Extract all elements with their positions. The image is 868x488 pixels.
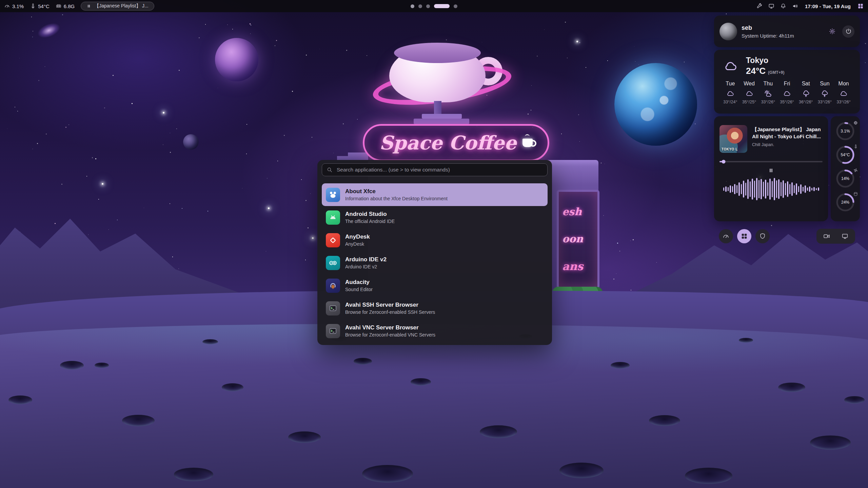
app-row-android-studio[interactable]: Android StudioThe official Android IDE: [322, 206, 548, 229]
workspace-dot-1[interactable]: [411, 4, 414, 8]
power-button[interactable]: [842, 25, 854, 38]
workspace-dot-5[interactable]: [454, 4, 457, 8]
day-temps: 33°/26°: [834, 100, 853, 104]
waveform-bar: [794, 185, 795, 193]
app-text: AnyDeskAnyDesk: [345, 233, 370, 247]
track-title-line1: 【Japanese Playlist】 Japan: [752, 126, 821, 133]
crater: [480, 425, 517, 438]
seek-bar-knob[interactable]: [722, 160, 726, 164]
waveform-bar: [811, 188, 813, 190]
shield-button[interactable]: [755, 229, 770, 243]
workspace-indicator: [411, 4, 457, 8]
system-uptime: System Uptime: 4h11m: [742, 33, 794, 39]
app-grid-icon[interactable]: [857, 3, 864, 9]
dashboard-button[interactable]: [719, 229, 733, 243]
cloud-up-icon: [820, 89, 829, 98]
day-name: Wed: [740, 81, 759, 87]
app-list: About XfceInformation about the Xfce Des…: [322, 183, 548, 342]
crater: [8, 395, 32, 404]
gauge-24: 24%: [836, 193, 855, 212]
system-gauges-card: 3.1%54°C14%24%: [831, 116, 860, 221]
user-card: seb System Uptime: 4h11m: [714, 16, 860, 47]
waveform-bar: [809, 186, 810, 192]
app-row-avahi-vnc-server-browser[interactable]: Avahi VNC Server BrowserBrowse for Zeroc…: [322, 320, 548, 342]
launcher-search-bar: [322, 163, 548, 176]
settings-button[interactable]: [826, 25, 838, 38]
waveform-bar: [741, 184, 742, 194]
tools-icon[interactable]: [756, 3, 763, 9]
media-player-card: TOKYO L 【Japanese Playlist】 Japan All Ni…: [714, 116, 828, 221]
workspace-active-pill[interactable]: [434, 4, 450, 8]
waveform-bar: [752, 179, 753, 200]
network-display-icon[interactable]: [768, 3, 775, 9]
audacity-icon: [326, 279, 340, 293]
gauge-value: 24%: [836, 193, 855, 212]
waveform-bar: [816, 188, 817, 190]
partly-sunny-icon: [763, 89, 773, 98]
waveform-bar: [736, 185, 738, 193]
app-desc: Sound Editor: [345, 287, 373, 292]
app-row-arduino-ide-v2[interactable]: Arduino IDE v2Arduino IDE v2: [322, 251, 548, 274]
app-title: Avahi VNC Server Browser: [345, 324, 435, 331]
app-row-about-xfce[interactable]: About XfceInformation about the Xfce Des…: [322, 183, 548, 206]
track-subtitle: Chill Japan.: [752, 142, 821, 147]
weather-temperature: 24°C: [746, 66, 766, 76]
app-desc: Arduino IDE v2: [345, 264, 387, 269]
day-temps: 33°/26°: [758, 100, 777, 104]
clock[interactable]: 17:09 - Tue, 19 Aug: [805, 3, 851, 9]
app-text: Avahi VNC Server BrowserBrowse for Zeroc…: [345, 324, 435, 338]
waveform-bar: [732, 186, 733, 192]
crater: [354, 358, 372, 365]
waveform-bar: [772, 181, 773, 197]
app-text: Avahi SSH Server BrowserBrowse for Zeroc…: [345, 302, 435, 315]
waveform-bar: [728, 187, 729, 191]
waveform-bar: [756, 178, 757, 200]
cpu-usage-stat: 3.1%: [4, 3, 24, 9]
day-name: Fri: [777, 81, 796, 87]
crater: [739, 338, 753, 343]
thermometer-icon: [853, 144, 858, 149]
gauge-value: 14%: [836, 169, 855, 188]
app-title: Avahi SSH Server Browser: [345, 302, 435, 308]
waveform-bar: [745, 183, 747, 196]
volume-icon[interactable]: [792, 3, 798, 9]
now-playing-pill[interactable]: 【Japanese Playlist】 J...: [81, 2, 154, 11]
dock-buttons: [714, 227, 860, 245]
cloud-icon: [726, 89, 735, 98]
screen: Space Coffee esh oon ans 3.1% 54°C: [0, 0, 868, 488]
pause-button[interactable]: [719, 167, 823, 174]
arduino-icon: [326, 256, 340, 270]
workspace-dot-3[interactable]: [426, 4, 430, 8]
gauge-54C: 54°C: [836, 145, 855, 164]
audio-waveform: [719, 174, 823, 204]
app-row-avahi-ssh-server-browser[interactable]: Avahi SSH Server BrowserBrowse for Zeroc…: [322, 297, 548, 320]
crater: [411, 378, 431, 386]
crater: [649, 415, 680, 426]
weather-summary: Tokyo 24°C (GMT+9): [746, 56, 784, 76]
screenshot-button[interactable]: [837, 230, 852, 242]
waveform-bar: [765, 180, 766, 199]
pause-icon: [86, 4, 91, 8]
cpu-gauge-icon: [4, 3, 10, 9]
gauge-value: 54°C: [836, 145, 855, 164]
weather-city: Tokyo: [746, 56, 784, 65]
waveform-bar: [781, 182, 782, 196]
app-row-anydesk[interactable]: AnyDeskAnyDesk: [322, 229, 548, 251]
crater: [844, 396, 865, 404]
app-desc: The official Android IDE: [345, 219, 395, 224]
crater: [60, 361, 84, 370]
waveform-bar: [750, 181, 751, 197]
waveform-bar: [747, 179, 749, 199]
waveform-bar: [818, 187, 819, 191]
waveform-bar: [807, 187, 808, 191]
widgets-button[interactable]: [737, 229, 751, 243]
seek-bar[interactable]: [719, 161, 823, 162]
fan-icon: [853, 168, 858, 173]
notifications-bell-icon[interactable]: [780, 3, 787, 9]
app-row-audacity[interactable]: AudacitySound Editor: [322, 274, 548, 297]
app-title: Audacity: [345, 279, 373, 286]
search-input[interactable]: [337, 167, 543, 173]
workspace-dot-2[interactable]: [418, 4, 422, 8]
screen-record-button[interactable]: [819, 230, 834, 242]
top-bar: 3.1% 54°C 6.8G 【Japanese Playlist】 J...: [0, 0, 868, 12]
